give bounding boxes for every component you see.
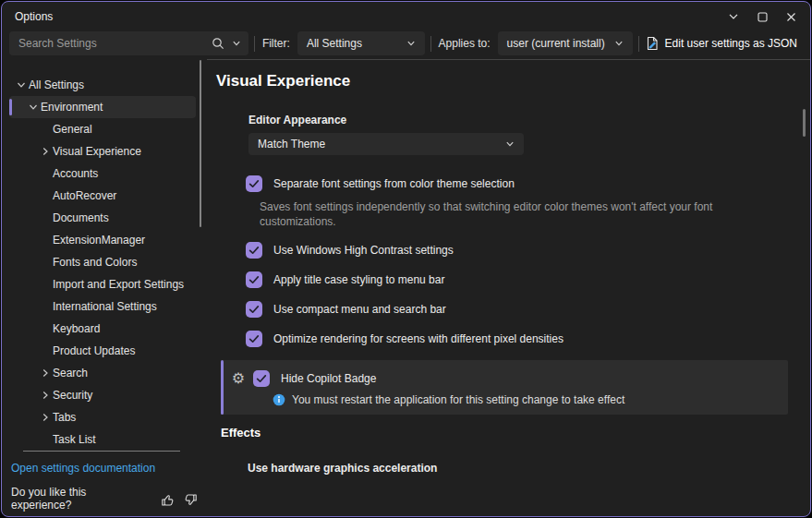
sidebar-item-environment[interactable]: Environment <box>9 96 196 118</box>
sidebar-item-label: Fonts and Colors <box>53 256 137 269</box>
settings-list: Separate font settings from color theme … <box>246 175 810 347</box>
settings-tree: All SettingsEnvironmentGeneralVisual Exp… <box>2 59 207 451</box>
sidebar-item-keyboard[interactable]: Keyboard <box>9 318 196 340</box>
edit-json-label: Edit user settings as JSON <box>665 37 797 50</box>
sidebar-item-search[interactable]: Search <box>9 362 196 384</box>
sidebar-item-general[interactable]: General <box>9 118 196 140</box>
checkbox-apply-title-case-styling-to-menu-bar[interactable] <box>246 271 262 288</box>
footer-divider <box>23 451 180 452</box>
sidebar-item-task-list[interactable]: Task List <box>9 428 196 451</box>
sidebar-item-label: Search <box>53 367 88 379</box>
sidebar-item-label: AutoRecover <box>53 189 116 202</box>
chevron-down-icon[interactable] <box>13 80 29 90</box>
sidebar-item-fonts-and-colors[interactable]: Fonts and Colors <box>9 251 196 273</box>
chevron-down-icon <box>605 39 624 48</box>
setting-label: Apply title case styling to menu bar <box>273 273 444 286</box>
setting-row-use-compact-menu-and-search-bar: Use compact menu and search bar <box>246 301 810 318</box>
filter-label: Filter: <box>262 37 290 50</box>
feedback-question: Do you like this experience? <box>11 486 148 512</box>
settings-content: Visual Experience Editor Appearance Matc… <box>207 59 810 516</box>
filter-dropdown-value: All Settings <box>307 37 362 50</box>
hardware-acceleration-label: Use hardware graphics acceleration <box>248 462 810 475</box>
window-title: Options <box>15 10 53 23</box>
window-controls <box>723 7 801 26</box>
maximize-icon <box>757 12 768 22</box>
search-icon[interactable] <box>212 37 224 50</box>
sidebar-item-label: Task List <box>53 433 96 446</box>
thumbs-up-icon[interactable] <box>161 493 175 507</box>
applies-to-label: Applies to: <box>439 37 491 50</box>
sidebar-item-product-updates[interactable]: Product Updates <box>9 340 196 362</box>
sidebar-item-extensionmanager[interactable]: ExtensionManager <box>9 229 196 251</box>
filter-dropdown[interactable]: All Settings <box>297 31 425 55</box>
sidebar-item-label: Product Updates <box>53 344 135 357</box>
sidebar-item-label: International Settings <box>53 300 157 313</box>
dialog-body: All SettingsEnvironmentGeneralVisual Exp… <box>2 59 810 516</box>
editor-appearance-dropdown[interactable]: Match Theme <box>248 133 524 155</box>
sidebar-item-tabs[interactable]: Tabs <box>9 406 196 428</box>
thumbs-down-icon[interactable] <box>184 493 198 507</box>
gear-icon[interactable]: ⚙ <box>230 371 247 386</box>
sidebar-item-accounts[interactable]: Accounts <box>9 163 196 185</box>
sidebar-item-label: All Settings <box>29 78 84 91</box>
editor-appearance-label: Editor Appearance <box>248 114 810 126</box>
search-input[interactable] <box>18 37 212 50</box>
toolbar-divider <box>430 36 431 52</box>
sidebar-item-label: Security <box>53 389 92 402</box>
open-settings-documentation-link[interactable]: Open settings documentation <box>11 462 198 475</box>
sidebar-item-label: Import and Export Settings <box>53 278 184 291</box>
sidebar-item-label: Keyboard <box>53 322 100 335</box>
setting-description: Saves font settings independently so tha… <box>260 199 782 229</box>
hide-copilot-badge-checkbox[interactable] <box>253 370 270 387</box>
options-dialog: Options Filter: All Settings Applies to <box>1 1 811 517</box>
settings-toolbar: Filter: All Settings Applies to: user (c… <box>2 31 810 59</box>
toolbar-divider <box>638 36 639 52</box>
sidebar-item-label: General <box>53 123 92 136</box>
editor-appearance-value: Match Theme <box>258 138 325 151</box>
chevron-right-icon[interactable] <box>37 147 53 156</box>
sidebar-item-all-settings[interactable]: All Settings <box>9 74 196 96</box>
setting-label: Hide Copilot Badge <box>281 372 376 385</box>
setting-row-separate-font-settings-from-color-theme-: Separate font settings from color theme … <box>246 175 810 192</box>
sidebar-item-autorecover[interactable]: AutoRecover <box>9 185 196 207</box>
search-options-chevron-icon[interactable] <box>232 39 241 48</box>
setting-row-use-windows-high-contrast-settings: Use Windows High Contrast settings <box>246 242 810 259</box>
title-bar: Options <box>2 2 810 31</box>
sidebar-item-label: Accounts <box>53 167 98 180</box>
checkbox-use-windows-high-contrast-settings[interactable] <box>246 242 262 259</box>
editor-appearance-group: Editor Appearance Match Theme <box>248 114 810 155</box>
sidebar-footer: Open settings documentation Do you like … <box>2 451 207 517</box>
edit-json-icon <box>645 36 660 51</box>
sidebar-scrollbar[interactable] <box>200 60 201 227</box>
chevron-right-icon[interactable] <box>37 368 53 378</box>
content-scrollbar[interactable] <box>803 109 806 137</box>
search-box[interactable] <box>9 31 248 55</box>
applies-to-dropdown[interactable]: user (current install) <box>498 31 633 55</box>
sidebar-item-label: ExtensionManager <box>53 234 145 247</box>
edit-json-button[interactable]: Edit user settings as JSON <box>645 36 797 51</box>
setting-label: Separate font settings from color theme … <box>273 177 515 190</box>
close-icon <box>786 12 796 22</box>
maximize-button[interactable] <box>752 7 772 26</box>
hide-copilot-badge-row: ⚙ Hide Copilot Badge <box>221 370 788 387</box>
checkbox-separate-font-settings-from-color-theme-[interactable] <box>246 175 262 192</box>
sidebar-item-international-settings[interactable]: International Settings <box>9 295 196 318</box>
toolbar-divider <box>254 36 255 52</box>
restart-info-row: You must restart the application for thi… <box>273 393 788 406</box>
checkbox-use-compact-menu-and-search-bar[interactable] <box>246 301 262 318</box>
settings-sidebar: All SettingsEnvironmentGeneralVisual Exp… <box>2 59 207 516</box>
sidebar-item-documents[interactable]: Documents <box>9 207 196 229</box>
close-button[interactable] <box>781 7 801 26</box>
sidebar-item-import-and-export-settings[interactable]: Import and Export Settings <box>9 273 196 295</box>
chevron-right-icon[interactable] <box>37 391 53 400</box>
chevron-right-icon[interactable] <box>37 413 53 422</box>
sidebar-item-visual-experience[interactable]: Visual Experience <box>9 140 196 163</box>
chevron-down-icon[interactable] <box>25 102 41 112</box>
sidebar-item-label: Environment <box>41 101 103 114</box>
checkbox-optimize-rendering-for-screens-with-diff[interactable] <box>246 331 262 347</box>
selection-accent-bar <box>9 99 12 115</box>
sidebar-item-security[interactable]: Security <box>9 384 196 406</box>
hide-copilot-badge-setting[interactable]: ⚙ Hide Copilot Badge You must restart th… <box>221 360 788 415</box>
sidebar-item-label: Tabs <box>53 411 76 424</box>
window-chevron-button[interactable] <box>723 7 744 26</box>
